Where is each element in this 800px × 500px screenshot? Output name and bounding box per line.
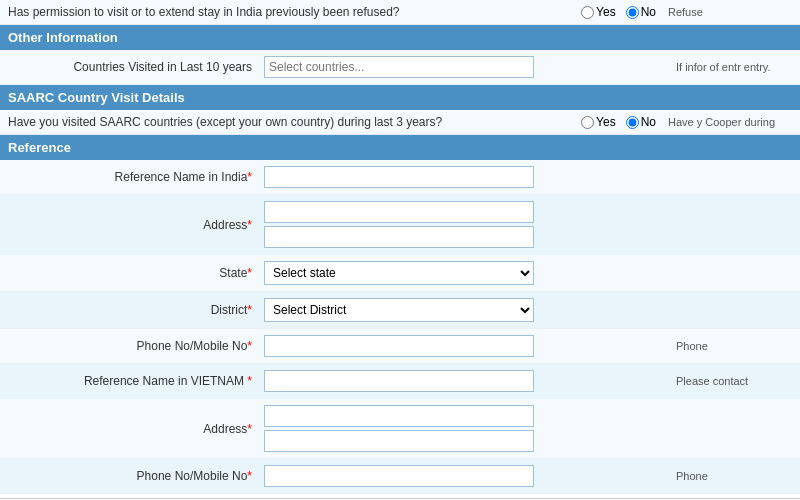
- ref-name-vietnam-label: Reference Name in VIETNAM *: [0, 374, 260, 388]
- ref-phone-india-input[interactable]: [264, 335, 534, 357]
- permission-side-note: Refuse: [662, 6, 792, 18]
- ref-district-row: District* Select District: [0, 292, 800, 329]
- ref-address-vietnam-line2[interactable]: [264, 430, 534, 452]
- ref-phone-vietnam-label: Phone No/Mobile No*: [0, 469, 260, 483]
- saarc-radio-group[interactable]: Yes No: [581, 115, 662, 129]
- ref-address-vietnam-line1[interactable]: [264, 405, 534, 427]
- permission-question-text: Has permission to visit or to extend sta…: [8, 5, 575, 19]
- saarc-side-note: Have y Cooper during: [662, 116, 792, 128]
- permission-yes-radio[interactable]: [581, 6, 594, 19]
- ref-name-vietnam-row: Reference Name in VIETNAM * Please conta…: [0, 364, 800, 399]
- ref-address-india-line2[interactable]: [264, 226, 534, 248]
- ref-address-vietnam-label: Address*: [0, 422, 260, 436]
- saarc-no-radio[interactable]: [626, 116, 639, 129]
- countries-label: Countries Visited in Last 10 years: [0, 60, 260, 74]
- ref-state-select[interactable]: Select state: [264, 261, 534, 285]
- permission-yes-label[interactable]: Yes: [581, 5, 616, 19]
- saarc-yes-label[interactable]: Yes: [581, 115, 616, 129]
- other-info-header: Other Information: [0, 25, 800, 50]
- countries-side-note: If infor of entr entry.: [670, 61, 800, 73]
- ref-address-india-line1[interactable]: [264, 201, 534, 223]
- ref-phone-india-label: Phone No/Mobile No*: [0, 339, 260, 353]
- ref-address-india-label: Address*: [0, 218, 260, 232]
- ref-district-label: District*: [0, 303, 260, 317]
- ref-address-india-input-col: [260, 199, 670, 250]
- reference-header: Reference: [0, 135, 800, 160]
- saarc-no-label[interactable]: No: [626, 115, 656, 129]
- ref-state-row: State* Select state: [0, 255, 800, 292]
- permission-question-row: Has permission to visit or to extend sta…: [0, 0, 800, 25]
- ref-state-input-col: Select state: [260, 259, 670, 287]
- countries-input[interactable]: [264, 56, 534, 78]
- ref-name-india-input-col: [260, 164, 670, 190]
- ref-district-select[interactable]: Select District: [264, 298, 534, 322]
- countries-input-col: [260, 54, 670, 80]
- saarc-question-text: Have you visited SAARC countries (except…: [8, 115, 575, 129]
- ref-phone-vietnam-input-col: [260, 463, 670, 489]
- ref-name-vietnam-input[interactable]: [264, 370, 534, 392]
- permission-no-radio[interactable]: [626, 6, 639, 19]
- ref-name-india-input[interactable]: [264, 166, 534, 188]
- countries-visited-row: Countries Visited in Last 10 years If in…: [0, 50, 800, 85]
- ref-phone-vietnam-input[interactable]: [264, 465, 534, 487]
- ref-name-vietnam-input-col: [260, 368, 670, 394]
- ref-name-india-row: Reference Name in India*: [0, 160, 800, 195]
- ref-state-label: State*: [0, 266, 260, 280]
- ref-address-india-row: Address*: [0, 195, 800, 255]
- ref-address-vietnam-input-col: [260, 403, 670, 454]
- ref-phone-vietnam-side-note: Phone: [670, 470, 800, 482]
- saarc-header: SAARC Country Visit Details: [0, 85, 800, 110]
- ref-name-india-label: Reference Name in India*: [0, 170, 260, 184]
- ref-phone-india-side-note: Phone: [670, 340, 800, 352]
- ref-phone-india-input-col: [260, 333, 670, 359]
- ref-district-input-col: Select District: [260, 296, 670, 324]
- ref-phone-vietnam-row: Phone No/Mobile No* Phone: [0, 459, 800, 494]
- ref-phone-india-row: Phone No/Mobile No* Phone: [0, 329, 800, 364]
- ref-address-vietnam-row: Address*: [0, 399, 800, 459]
- ref-name-vietnam-side-note: Please contact: [670, 375, 800, 387]
- permission-no-label[interactable]: No: [626, 5, 656, 19]
- saarc-question-row: Have you visited SAARC countries (except…: [0, 110, 800, 135]
- saarc-yes-radio[interactable]: [581, 116, 594, 129]
- permission-radio-group[interactable]: Yes No: [581, 5, 662, 19]
